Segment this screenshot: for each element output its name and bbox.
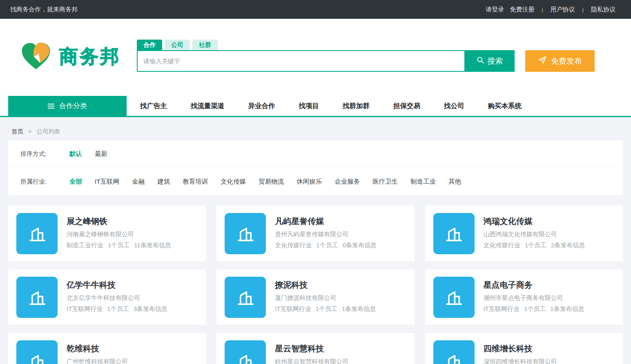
company-industry: 文化传媒行业 bbox=[275, 242, 312, 249]
company-posts: 2条发布信息 bbox=[551, 242, 585, 249]
company-posts: 0条发布信息 bbox=[343, 242, 377, 249]
company-card[interactable]: 凡屿星誉传媒 贵州凡屿星誉传媒有限公司 文化传媒行业 1个员工 0条发布信息 bbox=[216, 206, 414, 261]
building-icon bbox=[225, 340, 266, 364]
company-full-name: 杭州星云智慧科技有限公司 bbox=[275, 358, 348, 364]
user-agreement-link[interactable]: 用户协议 bbox=[551, 6, 575, 13]
company-name: 乾维科技 bbox=[67, 343, 128, 354]
company-card[interactable]: 星云智慧科技 杭州星云智慧科技有限公司 bbox=[216, 333, 414, 364]
sort-option-newest[interactable]: 最新 bbox=[95, 150, 107, 158]
nav-items: 找广告主 找流量渠道 异业合作 找项目 找群加群 担保交易 找公司 购买本系统 bbox=[128, 96, 533, 116]
nav-item-traffic[interactable]: 找流量渠道 bbox=[179, 102, 236, 111]
company-name: 展之峰钢铁 bbox=[67, 216, 171, 227]
paper-plane-icon bbox=[538, 55, 547, 67]
header: 商务邦 合作 公司 社群 搜索 免费发布 bbox=[0, 19, 631, 96]
industry-option-manufacturing[interactable]: 制造工业 bbox=[410, 178, 436, 186]
sort-option-default[interactable]: 默认 bbox=[69, 150, 82, 158]
breadcrumb-current: 公司列表 bbox=[37, 128, 60, 135]
company-card[interactable]: 四维增长科技 深圳四维增长科技有限公司 bbox=[425, 333, 623, 364]
building-icon bbox=[16, 277, 58, 318]
company-full-name: 广州乾维科技有限公司 bbox=[67, 358, 128, 364]
company-full-name: 潮州市星点电子商务有限公司 bbox=[484, 294, 584, 302]
building-icon bbox=[433, 277, 475, 318]
nav-item-escrow[interactable]: 担保交易 bbox=[381, 102, 432, 111]
industry-option-enterprise[interactable]: 企业服务 bbox=[334, 178, 360, 186]
industry-option-media[interactable]: 文化传媒 bbox=[221, 178, 246, 186]
company-industry: 文化传媒行业 bbox=[484, 242, 520, 249]
topbar-slogan: 找商务合作，就来商务邦 bbox=[10, 6, 78, 13]
search-tab-cooperation[interactable]: 合作 bbox=[137, 40, 162, 50]
company-card[interactable]: 星点电子商务 潮州市星点电子商务有限公司 IT互联网行业 1个员工 1条发布信息 bbox=[425, 269, 623, 325]
company-card[interactable]: 乾维科技 广州乾维科技有限公司 bbox=[8, 333, 206, 364]
search-button[interactable]: 搜索 bbox=[464, 50, 515, 72]
industry-filter-row: 所属行业: 全部 IT互联网 金融 建筑 教育培训 文化传媒 贸易物流 休闲娱乐… bbox=[8, 168, 623, 195]
category-menu-button[interactable]: 合作分类 bbox=[8, 96, 127, 116]
building-icon bbox=[433, 340, 475, 364]
register-link[interactable]: 免费注册 bbox=[510, 6, 534, 13]
building-icon bbox=[225, 213, 266, 254]
breadcrumb-home[interactable]: 首页 bbox=[11, 128, 23, 135]
industry-option-all[interactable]: 全部 bbox=[69, 178, 82, 186]
building-icon bbox=[16, 340, 58, 364]
nav-item-projects[interactable]: 找项目 bbox=[287, 102, 331, 111]
company-employees: 1个员工 bbox=[107, 305, 129, 313]
sort-label: 排序方式: bbox=[20, 150, 69, 158]
company-employees: 1个员工 bbox=[108, 242, 129, 249]
company-industry: IT互联网行业 bbox=[484, 305, 520, 313]
nav-item-buy-system[interactable]: 购买本系统 bbox=[476, 102, 534, 111]
company-employees: 1个员工 bbox=[525, 242, 546, 249]
search-area: 合作 公司 社群 搜索 bbox=[137, 40, 515, 72]
company-posts: 11条发布信息 bbox=[134, 242, 171, 249]
breadcrumb: 首页 > 公司列表 bbox=[0, 117, 631, 140]
nav-item-cross-industry[interactable]: 异业合作 bbox=[236, 102, 287, 111]
heart-logo-icon bbox=[18, 38, 54, 75]
hamburger-icon bbox=[48, 104, 54, 109]
company-name: 星点电子商务 bbox=[484, 280, 584, 291]
industry-label: 所属行业: bbox=[20, 178, 69, 186]
company-name: 亿学牛牛科技 bbox=[67, 280, 167, 291]
company-posts: 1条发布信息 bbox=[550, 305, 584, 313]
company-card[interactable]: 鸿瑞文化传媒 山西鸿瑞文化传媒有限公司 文化传媒行业 1个员工 2条发布信息 bbox=[425, 206, 623, 261]
topbar-links: 请登录 免费注册 | 用户协议 | 隐私协议 bbox=[486, 6, 615, 13]
login-link[interactable]: 请登录 bbox=[486, 6, 504, 13]
topbar: 找商务合作，就来商务邦 请登录 免费注册 | 用户协议 | 隐私协议 bbox=[0, 0, 631, 19]
search-input[interactable] bbox=[137, 50, 464, 72]
company-posts: 1条发布信息 bbox=[342, 305, 376, 313]
industry-option-it[interactable]: IT互联网 bbox=[95, 178, 119, 186]
company-industry: 制造工业行业 bbox=[67, 242, 103, 249]
search-tab-community[interactable]: 社群 bbox=[192, 40, 218, 50]
industry-option-other[interactable]: 其他 bbox=[448, 178, 461, 186]
company-full-name: 北京亿学牛牛科技有限公司 bbox=[67, 294, 167, 302]
company-employees: 1个员工 bbox=[316, 305, 337, 313]
company-full-name: 山西鸿瑞文化传媒有限公司 bbox=[484, 231, 585, 238]
company-name: 撩泥科技 bbox=[275, 280, 376, 291]
company-full-name: 河南展之峰钢铁有限公司 bbox=[67, 231, 171, 238]
industry-option-trade[interactable]: 贸易物流 bbox=[259, 178, 284, 186]
company-posts: 3条发布信息 bbox=[134, 305, 167, 313]
nav-item-companies[interactable]: 找公司 bbox=[432, 102, 476, 111]
company-card[interactable]: 撩泥科技 厦门撩泥科技有限公司 IT互联网行业 1个员工 1条发布信息 bbox=[216, 269, 414, 325]
search-tab-company[interactable]: 公司 bbox=[165, 40, 190, 50]
building-icon bbox=[225, 277, 266, 318]
company-full-name: 厦门撩泥科技有限公司 bbox=[275, 294, 376, 302]
industry-option-finance[interactable]: 金融 bbox=[132, 178, 145, 186]
topbar-separator: | bbox=[540, 7, 544, 13]
company-industry: IT互联网行业 bbox=[275, 305, 311, 313]
company-card[interactable]: 展之峰钢铁 河南展之峰钢铁有限公司 制造工业行业 1个员工 11条发布信息 bbox=[8, 206, 206, 261]
company-name: 鸿瑞文化传媒 bbox=[484, 216, 585, 227]
topbar-separator: | bbox=[581, 7, 585, 13]
nav-item-groups[interactable]: 找群加群 bbox=[331, 102, 381, 111]
logo[interactable]: 商务邦 bbox=[18, 38, 120, 75]
industry-option-construction[interactable]: 建筑 bbox=[157, 178, 170, 186]
company-name: 四维增长科技 bbox=[484, 343, 557, 354]
building-icon bbox=[16, 213, 58, 254]
industry-option-education[interactable]: 教育培训 bbox=[183, 178, 208, 186]
industry-option-entertainment[interactable]: 休闲娱乐 bbox=[297, 178, 322, 186]
sort-filter-row: 排序方式: 默认 最新 bbox=[8, 140, 623, 168]
free-publish-button[interactable]: 免费发布 bbox=[525, 50, 595, 72]
privacy-link[interactable]: 隐私协议 bbox=[591, 6, 615, 13]
nav-item-advertisers[interactable]: 找广告主 bbox=[128, 102, 179, 111]
company-card[interactable]: 亿学牛牛科技 北京亿学牛牛科技有限公司 IT互联网行业 1个员工 3条发布信息 bbox=[8, 269, 206, 325]
industry-option-medical[interactable]: 医疗卫生 bbox=[372, 178, 398, 186]
company-grid: 展之峰钢铁 河南展之峰钢铁有限公司 制造工业行业 1个员工 11条发布信息 凡屿… bbox=[8, 206, 623, 364]
search-icon bbox=[476, 56, 484, 66]
